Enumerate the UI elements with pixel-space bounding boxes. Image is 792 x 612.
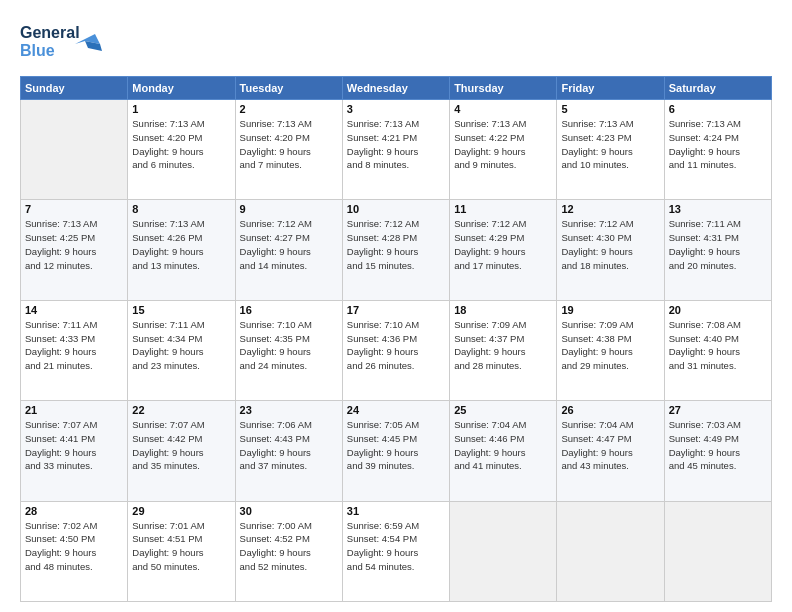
- day-number: 5: [561, 103, 659, 115]
- day-info: Sunrise: 6:59 AMSunset: 4:54 PMDaylight:…: [347, 519, 445, 574]
- calendar-cell: 3Sunrise: 7:13 AMSunset: 4:21 PMDaylight…: [342, 100, 449, 200]
- day-number: 24: [347, 404, 445, 416]
- day-info: Sunrise: 7:07 AMSunset: 4:41 PMDaylight:…: [25, 418, 123, 473]
- day-info: Sunrise: 7:13 AMSunset: 4:24 PMDaylight:…: [669, 117, 767, 172]
- calendar-cell: 29Sunrise: 7:01 AMSunset: 4:51 PMDayligh…: [128, 501, 235, 601]
- day-info: Sunrise: 7:08 AMSunset: 4:40 PMDaylight:…: [669, 318, 767, 373]
- day-info: Sunrise: 7:11 AMSunset: 4:34 PMDaylight:…: [132, 318, 230, 373]
- day-number: 19: [561, 304, 659, 316]
- calendar-cell: 10Sunrise: 7:12 AMSunset: 4:28 PMDayligh…: [342, 200, 449, 300]
- day-number: 9: [240, 203, 338, 215]
- day-number: 22: [132, 404, 230, 416]
- calendar-week-5: 28Sunrise: 7:02 AMSunset: 4:50 PMDayligh…: [21, 501, 772, 601]
- calendar-cell: 4Sunrise: 7:13 AMSunset: 4:22 PMDaylight…: [450, 100, 557, 200]
- calendar-header-friday: Friday: [557, 77, 664, 100]
- calendar-header-sunday: Sunday: [21, 77, 128, 100]
- day-info: Sunrise: 7:09 AMSunset: 4:37 PMDaylight:…: [454, 318, 552, 373]
- day-info: Sunrise: 7:13 AMSunset: 4:21 PMDaylight:…: [347, 117, 445, 172]
- calendar-cell: 12Sunrise: 7:12 AMSunset: 4:30 PMDayligh…: [557, 200, 664, 300]
- calendar-header-tuesday: Tuesday: [235, 77, 342, 100]
- day-number: 26: [561, 404, 659, 416]
- day-number: 2: [240, 103, 338, 115]
- calendar-header-row: SundayMondayTuesdayWednesdayThursdayFrid…: [21, 77, 772, 100]
- calendar-cell: [21, 100, 128, 200]
- calendar-cell: [557, 501, 664, 601]
- day-number: 4: [454, 103, 552, 115]
- day-number: 30: [240, 505, 338, 517]
- day-info: Sunrise: 7:07 AMSunset: 4:42 PMDaylight:…: [132, 418, 230, 473]
- day-number: 31: [347, 505, 445, 517]
- day-info: Sunrise: 7:09 AMSunset: 4:38 PMDaylight:…: [561, 318, 659, 373]
- calendar-cell: 13Sunrise: 7:11 AMSunset: 4:31 PMDayligh…: [664, 200, 771, 300]
- day-number: 11: [454, 203, 552, 215]
- calendar-cell: 9Sunrise: 7:12 AMSunset: 4:27 PMDaylight…: [235, 200, 342, 300]
- svg-text:Blue: Blue: [20, 42, 55, 59]
- day-info: Sunrise: 7:03 AMSunset: 4:49 PMDaylight:…: [669, 418, 767, 473]
- calendar-cell: 21Sunrise: 7:07 AMSunset: 4:41 PMDayligh…: [21, 401, 128, 501]
- calendar-cell: 1Sunrise: 7:13 AMSunset: 4:20 PMDaylight…: [128, 100, 235, 200]
- calendar-header-wednesday: Wednesday: [342, 77, 449, 100]
- day-info: Sunrise: 7:06 AMSunset: 4:43 PMDaylight:…: [240, 418, 338, 473]
- calendar-cell: [450, 501, 557, 601]
- day-info: Sunrise: 7:12 AMSunset: 4:28 PMDaylight:…: [347, 217, 445, 272]
- day-number: 12: [561, 203, 659, 215]
- calendar-cell: 7Sunrise: 7:13 AMSunset: 4:25 PMDaylight…: [21, 200, 128, 300]
- day-info: Sunrise: 7:02 AMSunset: 4:50 PMDaylight:…: [25, 519, 123, 574]
- day-number: 8: [132, 203, 230, 215]
- day-info: Sunrise: 7:00 AMSunset: 4:52 PMDaylight:…: [240, 519, 338, 574]
- calendar-cell: 24Sunrise: 7:05 AMSunset: 4:45 PMDayligh…: [342, 401, 449, 501]
- svg-text:General: General: [20, 24, 80, 41]
- calendar-table: SundayMondayTuesdayWednesdayThursdayFrid…: [20, 76, 772, 602]
- calendar-header-monday: Monday: [128, 77, 235, 100]
- day-number: 21: [25, 404, 123, 416]
- day-info: Sunrise: 7:11 AMSunset: 4:31 PMDaylight:…: [669, 217, 767, 272]
- day-number: 14: [25, 304, 123, 316]
- calendar-cell: 22Sunrise: 7:07 AMSunset: 4:42 PMDayligh…: [128, 401, 235, 501]
- day-info: Sunrise: 7:04 AMSunset: 4:46 PMDaylight:…: [454, 418, 552, 473]
- calendar-cell: 2Sunrise: 7:13 AMSunset: 4:20 PMDaylight…: [235, 100, 342, 200]
- calendar-cell: 25Sunrise: 7:04 AMSunset: 4:46 PMDayligh…: [450, 401, 557, 501]
- calendar-cell: 20Sunrise: 7:08 AMSunset: 4:40 PMDayligh…: [664, 300, 771, 400]
- day-info: Sunrise: 7:05 AMSunset: 4:45 PMDaylight:…: [347, 418, 445, 473]
- day-number: 27: [669, 404, 767, 416]
- day-info: Sunrise: 7:01 AMSunset: 4:51 PMDaylight:…: [132, 519, 230, 574]
- day-number: 6: [669, 103, 767, 115]
- calendar-week-4: 21Sunrise: 7:07 AMSunset: 4:41 PMDayligh…: [21, 401, 772, 501]
- calendar-cell: [664, 501, 771, 601]
- header: General Blue: [20, 16, 772, 66]
- day-number: 7: [25, 203, 123, 215]
- day-info: Sunrise: 7:13 AMSunset: 4:20 PMDaylight:…: [132, 117, 230, 172]
- day-info: Sunrise: 7:13 AMSunset: 4:25 PMDaylight:…: [25, 217, 123, 272]
- calendar-cell: 15Sunrise: 7:11 AMSunset: 4:34 PMDayligh…: [128, 300, 235, 400]
- day-info: Sunrise: 7:13 AMSunset: 4:23 PMDaylight:…: [561, 117, 659, 172]
- day-number: 28: [25, 505, 123, 517]
- calendar-cell: 5Sunrise: 7:13 AMSunset: 4:23 PMDaylight…: [557, 100, 664, 200]
- calendar-cell: 19Sunrise: 7:09 AMSunset: 4:38 PMDayligh…: [557, 300, 664, 400]
- calendar-cell: 18Sunrise: 7:09 AMSunset: 4:37 PMDayligh…: [450, 300, 557, 400]
- calendar-week-1: 1Sunrise: 7:13 AMSunset: 4:20 PMDaylight…: [21, 100, 772, 200]
- calendar-cell: 28Sunrise: 7:02 AMSunset: 4:50 PMDayligh…: [21, 501, 128, 601]
- day-number: 1: [132, 103, 230, 115]
- day-info: Sunrise: 7:12 AMSunset: 4:29 PMDaylight:…: [454, 217, 552, 272]
- calendar-cell: 6Sunrise: 7:13 AMSunset: 4:24 PMDaylight…: [664, 100, 771, 200]
- day-number: 15: [132, 304, 230, 316]
- calendar-cell: 8Sunrise: 7:13 AMSunset: 4:26 PMDaylight…: [128, 200, 235, 300]
- calendar-cell: 27Sunrise: 7:03 AMSunset: 4:49 PMDayligh…: [664, 401, 771, 501]
- day-number: 29: [132, 505, 230, 517]
- logo: General Blue: [20, 16, 110, 66]
- day-number: 16: [240, 304, 338, 316]
- day-info: Sunrise: 7:13 AMSunset: 4:26 PMDaylight:…: [132, 217, 230, 272]
- calendar-cell: 23Sunrise: 7:06 AMSunset: 4:43 PMDayligh…: [235, 401, 342, 501]
- calendar-header-thursday: Thursday: [450, 77, 557, 100]
- day-info: Sunrise: 7:13 AMSunset: 4:22 PMDaylight:…: [454, 117, 552, 172]
- day-info: Sunrise: 7:12 AMSunset: 4:30 PMDaylight:…: [561, 217, 659, 272]
- calendar-cell: 26Sunrise: 7:04 AMSunset: 4:47 PMDayligh…: [557, 401, 664, 501]
- day-info: Sunrise: 7:04 AMSunset: 4:47 PMDaylight:…: [561, 418, 659, 473]
- calendar-cell: 11Sunrise: 7:12 AMSunset: 4:29 PMDayligh…: [450, 200, 557, 300]
- calendar-cell: 17Sunrise: 7:10 AMSunset: 4:36 PMDayligh…: [342, 300, 449, 400]
- day-number: 3: [347, 103, 445, 115]
- calendar-cell: 30Sunrise: 7:00 AMSunset: 4:52 PMDayligh…: [235, 501, 342, 601]
- calendar-cell: 14Sunrise: 7:11 AMSunset: 4:33 PMDayligh…: [21, 300, 128, 400]
- day-info: Sunrise: 7:10 AMSunset: 4:35 PMDaylight:…: [240, 318, 338, 373]
- day-number: 17: [347, 304, 445, 316]
